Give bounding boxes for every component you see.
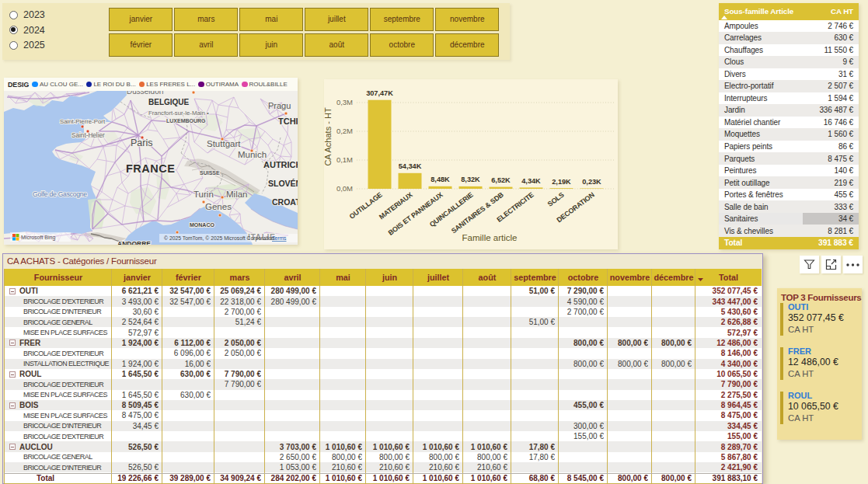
svg-text:CROATIE: CROATIE	[272, 197, 298, 207]
svg-text:8,48K: 8,48K	[431, 176, 450, 183]
svg-text:ANDORRE: ANDORRE	[117, 240, 151, 245]
svg-text:0,1M: 0,1M	[336, 155, 353, 164]
svg-text:307,47K: 307,47K	[366, 89, 393, 97]
svg-text:Terms: Terms	[272, 235, 287, 241]
svg-text:SUISSE: SUISSE	[200, 170, 220, 176]
svg-text:BELGIQUE: BELGIQUE	[148, 98, 190, 106]
svg-text:SANITAIRES & SDB: SANITAIRES & SDB	[450, 190, 505, 235]
svg-text:SOLS: SOLS	[546, 191, 566, 208]
svg-text:Dusseldorf: Dusseldorf	[127, 91, 164, 96]
svg-text:Microsoft Bing: Microsoft Bing	[21, 235, 55, 241]
svg-text:54,34K: 54,34K	[399, 162, 422, 170]
svg-text:Famille article: Famille article	[462, 233, 518, 242]
svg-text:Pragu: Pragu	[268, 101, 291, 110]
svg-text:0,0M: 0,0M	[336, 184, 353, 193]
svg-text:CA Achats - HT: CA Achats - HT	[324, 107, 333, 165]
svg-text:Genes: Genes	[205, 202, 232, 211]
svg-text:0,2M: 0,2M	[336, 127, 353, 135]
svg-text:0,23K: 0,23K	[582, 178, 601, 186]
svg-text:MONACO: MONACO	[190, 222, 214, 228]
svg-text:LUXEMBOURG: LUXEMBOURG	[166, 118, 206, 124]
svg-text:2,19K: 2,19K	[552, 178, 571, 186]
svg-text:AUTRICHE: AUTRICHE	[263, 160, 298, 169]
svg-text:© 2025 TomTom, © 2025 Microsof: © 2025 TomTom, © 2025 Microsoft Corporat…	[164, 235, 274, 242]
svg-text:Golfe de Gascogne: Golfe de Gascogne	[33, 190, 87, 198]
svg-text:Turin: Turin	[193, 190, 214, 199]
svg-text:0,3M: 0,3M	[336, 98, 353, 106]
svg-text:TCHI: TCHI	[278, 117, 298, 126]
svg-text:Milan: Milan	[226, 190, 247, 199]
svg-text:8,32K: 8,32K	[461, 176, 480, 183]
svg-text:SLOVÉNIE: SLOVÉNIE	[268, 179, 298, 188]
svg-text:6,52K: 6,52K	[491, 176, 511, 184]
svg-text:Stuttgart: Stuttgart	[207, 139, 241, 148]
svg-text:Francfort-sur-le-Main •: Francfort-sur-le-Main •	[148, 110, 209, 117]
svg-text:FRANCE: FRANCE	[126, 162, 175, 175]
svg-text:BOIS ET PANNEAUX: BOIS ET PANNEAUX	[387, 191, 444, 237]
svg-text:Saint-Pierre-Port: Saint-Pierre-Port	[60, 118, 106, 125]
svg-text:4,34K: 4,34K	[521, 177, 541, 185]
svg-text:Saint-Helier: Saint-Helier	[71, 132, 105, 139]
